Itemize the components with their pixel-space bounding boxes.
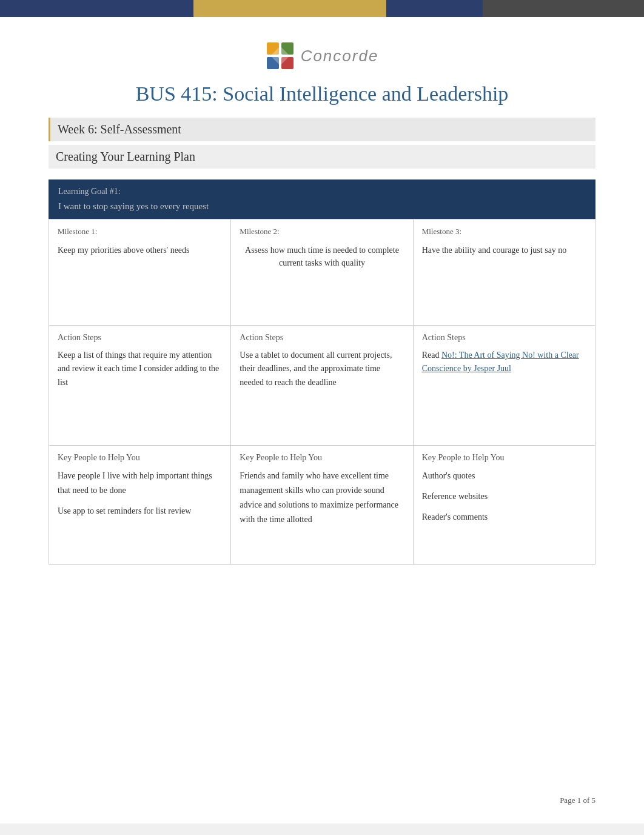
top-bar [0, 0, 644, 17]
key-people-3-cell: Key People to Help You Author's quotes R… [413, 446, 595, 565]
goal-header: Learning Goal #1: I want to stop saying … [49, 179, 595, 219]
action-steps-3-prefix: Read [422, 350, 441, 360]
milestone-3-label: Milestone 3: [422, 227, 586, 236]
learning-plan-table: Milestone 1: Keep my priorities above ot… [49, 219, 595, 565]
key-people-1-line-2: Use app to set reminders for list review [58, 504, 222, 518]
action-steps-2-content: Use a tablet to document all current pro… [240, 349, 404, 389]
milestone-1-label: Milestone 1: [58, 227, 222, 236]
key-people-3-line-3: Reader's comments [422, 510, 586, 525]
action-steps-3-link[interactable]: No!: The Art of Saying No! with a Clear … [422, 350, 579, 373]
page-content: Concorde BUS 415: Social Intelligence an… [0, 17, 644, 823]
key-people-3-line-2: Reference websites [422, 489, 586, 504]
action-steps-1-content: Keep a list of things that require my at… [58, 349, 222, 389]
week-section: Week 6: Self-Assessment [49, 118, 595, 141]
logo-text: Concorde [301, 47, 379, 65]
goal-number: Learning Goal #1: [58, 187, 586, 196]
action-steps-3-label: Action Steps [422, 333, 586, 343]
milestone-2-label: Milestone 2: [240, 227, 404, 236]
action-steps-3-content: Read No!: The Art of Saying No! with a C… [422, 349, 586, 376]
concorde-logo-icon [266, 41, 295, 70]
action-steps-2-label: Action Steps [240, 333, 404, 343]
action-steps-1-cell: Action Steps Keep a list of things that … [49, 326, 231, 446]
creating-section: Creating Your Learning Plan [49, 145, 595, 169]
key-people-3-line-1: Author's quotes [422, 469, 586, 483]
milestone-3-content: Have the ability and courage to just say… [422, 244, 586, 257]
milestone-1-content: Keep my priorities above others' needs [58, 244, 222, 257]
logo-area: Concorde [49, 35, 595, 70]
milestone-row: Milestone 1: Keep my priorities above ot… [49, 220, 595, 326]
key-people-1-label: Key People to Help You [58, 453, 222, 463]
action-steps-2-cell: Action Steps Use a tablet to document al… [231, 326, 413, 446]
page-title: BUS 415: Social Intelligence and Leaders… [49, 82, 595, 106]
key-people-1-content: Have people I live with help important t… [58, 469, 222, 518]
key-people-2-cell: Key People to Help You Friends and famil… [231, 446, 413, 565]
page-footer: Page 1 of 5 [560, 796, 595, 805]
key-people-3-content: Author's quotes Reference websites Reade… [422, 469, 586, 524]
milestone-2-content: Assess how much time is needed to comple… [240, 244, 404, 269]
creating-label: Creating Your Learning Plan [56, 150, 195, 163]
key-people-2-line-1: Friends and family who have excellent ti… [240, 469, 404, 526]
key-people-3-label: Key People to Help You [422, 453, 586, 463]
action-steps-row: Action Steps Keep a list of things that … [49, 326, 595, 446]
action-steps-3-cell: Action Steps Read No!: The Art of Saying… [413, 326, 595, 446]
week-label: Week 6: Self-Assessment [58, 122, 181, 136]
action-steps-1-label: Action Steps [58, 333, 222, 343]
key-people-1-cell: Key People to Help You Have people I liv… [49, 446, 231, 565]
milestone-3-cell: Milestone 3: Have the ability and courag… [413, 220, 595, 326]
key-people-1-line-1: Have people I live with help important t… [58, 469, 222, 498]
goal-statement: I want to stop saying yes to every reque… [58, 201, 586, 212]
milestone-2-cell: Milestone 2: Assess how much time is nee… [231, 220, 413, 326]
key-people-2-label: Key People to Help You [240, 453, 404, 463]
key-people-row: Key People to Help You Have people I liv… [49, 446, 595, 565]
key-people-2-content: Friends and family who have excellent ti… [240, 469, 404, 526]
page-info: Page 1 of 5 [560, 796, 595, 805]
milestone-1-cell: Milestone 1: Keep my priorities above ot… [49, 220, 231, 326]
